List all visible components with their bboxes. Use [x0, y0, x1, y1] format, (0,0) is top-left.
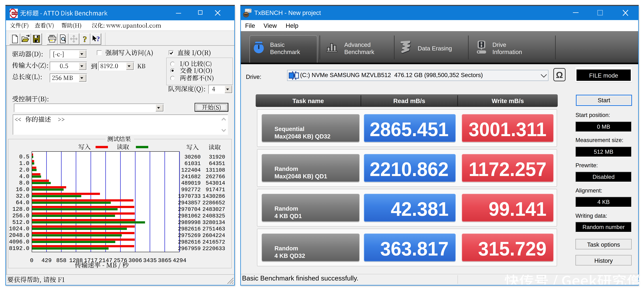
svg-text:?: ?	[83, 35, 87, 44]
svg-text:ATTO: ATTO	[12, 12, 18, 14]
